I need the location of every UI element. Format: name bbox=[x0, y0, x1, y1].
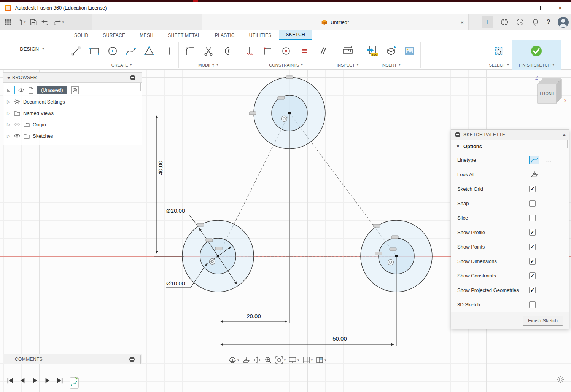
app-grid-button[interactable] bbox=[5, 19, 11, 25]
equal-constraint-button[interactable] bbox=[296, 41, 313, 61]
dimension-lines[interactable] bbox=[157, 116, 394, 344]
palette-scrollbar[interactable] bbox=[567, 140, 568, 148]
slice-checkbox[interactable] bbox=[529, 215, 536, 221]
snap-checkbox[interactable] bbox=[529, 200, 536, 207]
spline-tool-button[interactable] bbox=[122, 41, 139, 61]
modeling-canvas[interactable]: 40.00 Ø20.00 Ø10.00 20.00 50.00 bbox=[0, 70, 571, 392]
timeline-sketch-feature[interactable] bbox=[70, 373, 80, 389]
constraints-group-label[interactable]: CONSTRAINTS ▾ bbox=[269, 62, 302, 68]
palette-expand-icon[interactable]: ▸▸ bbox=[563, 133, 565, 137]
line-tool-button[interactable] bbox=[67, 41, 84, 61]
show-profile-checkbox[interactable] bbox=[529, 229, 536, 236]
expander-icon[interactable]: ▷ bbox=[6, 111, 11, 116]
maximize-button[interactable] bbox=[528, 2, 549, 14]
look-at-nav-button[interactable] bbox=[242, 356, 250, 364]
fix-constraint-button[interactable] bbox=[241, 41, 258, 61]
job-status-button[interactable] bbox=[500, 18, 509, 26]
rectangle-tool-button[interactable] bbox=[86, 41, 103, 61]
skip-to-end-button[interactable] bbox=[55, 375, 65, 386]
expander-icon[interactable]: ▷ bbox=[6, 99, 11, 104]
expander-icon[interactable]: ▷ bbox=[6, 134, 11, 139]
insert-mesh-button[interactable] bbox=[382, 41, 399, 61]
browser-item-document-settings[interactable]: ▷ Document Settings bbox=[3, 96, 142, 107]
add-comment-icon[interactable] bbox=[129, 357, 135, 362]
finish-sketch-footer-button[interactable]: Finish Sketch bbox=[523, 316, 563, 326]
orbit-button[interactable]: ▾ bbox=[228, 356, 239, 364]
browser-minimize-icon[interactable] bbox=[130, 75, 135, 80]
dimension-20[interactable]: 20.00 bbox=[247, 313, 261, 319]
viewports-button[interactable]: ▾ bbox=[315, 356, 326, 364]
activate-component-radio[interactable] bbox=[71, 86, 79, 94]
view-cube[interactable]: FRONT Z X bbox=[532, 73, 570, 112]
skip-to-start-button[interactable] bbox=[5, 375, 15, 386]
show-projected-geometries-checkbox[interactable] bbox=[529, 287, 536, 293]
browser-root-row[interactable]: (Unsaved) bbox=[3, 84, 142, 96]
eye-icon[interactable] bbox=[18, 87, 25, 93]
grid-settings-button[interactable]: ▾ bbox=[302, 356, 313, 364]
show-constraints-checkbox[interactable] bbox=[529, 272, 536, 279]
eye-icon[interactable] bbox=[14, 133, 21, 139]
save-button[interactable] bbox=[29, 18, 37, 26]
dimension-dia-10[interactable]: Ø10.00 bbox=[166, 280, 185, 287]
ribbon-tab-plastic[interactable]: PLASTIC bbox=[208, 30, 242, 40]
undo-button[interactable] bbox=[41, 18, 49, 26]
step-forward-button[interactable] bbox=[42, 375, 52, 386]
pan-button[interactable] bbox=[253, 356, 261, 364]
ribbon-tab-mesh[interactable]: MESH bbox=[132, 30, 161, 40]
fillet-tool-button[interactable] bbox=[181, 41, 199, 61]
palette-minimize-icon[interactable] bbox=[455, 132, 460, 137]
linetype-normal-button[interactable] bbox=[529, 156, 539, 164]
insert-svg-button[interactable]: SVG bbox=[364, 41, 381, 61]
show-points-checkbox[interactable] bbox=[529, 244, 536, 250]
comments-header[interactable]: COMMENTS bbox=[3, 354, 142, 364]
offset-tool-button[interactable] bbox=[218, 41, 235, 61]
new-tab-button[interactable]: + bbox=[482, 16, 493, 28]
collapse-browser-icon[interactable]: ◂◂ bbox=[7, 75, 9, 80]
ribbon-tab-utilities[interactable]: UTILITIES bbox=[242, 30, 279, 40]
browser-header[interactable]: ◂◂ BROWSER bbox=[3, 72, 142, 83]
circle-tool-button[interactable] bbox=[104, 41, 121, 61]
sketch-grid-checkbox[interactable] bbox=[529, 186, 536, 192]
modify-group-label[interactable]: MODIFY ▾ bbox=[198, 62, 218, 68]
preferences-gear-button[interactable] bbox=[557, 375, 565, 385]
browser-item-origin[interactable]: ▷ Origin bbox=[3, 119, 142, 130]
insert-canvas-button[interactable] bbox=[401, 41, 418, 61]
select-tool-button[interactable] bbox=[490, 41, 507, 61]
show-dimensions-checkbox[interactable] bbox=[529, 258, 536, 265]
options-section-header[interactable]: ▼ Options bbox=[451, 140, 569, 153]
look-at-button[interactable] bbox=[529, 170, 539, 179]
inspect-group-label[interactable]: INSPECT ▾ bbox=[337, 62, 358, 68]
step-back-button[interactable] bbox=[17, 375, 27, 386]
comments-scrollbar[interactable] bbox=[140, 355, 141, 364]
concentric-constraint-button[interactable] bbox=[277, 41, 294, 61]
insert-group-label[interactable]: INSERT ▾ bbox=[382, 62, 401, 68]
expander-icon[interactable]: ▷ bbox=[6, 122, 11, 127]
ribbon-tab-surface[interactable]: SURFACE bbox=[96, 30, 133, 40]
ribbon-tab-sheet-metal[interactable]: SHEET METAL bbox=[161, 30, 208, 40]
linetype-construction-button[interactable] bbox=[544, 156, 554, 164]
finish-sketch-label[interactable]: FINISH SKETCH ▾ bbox=[519, 62, 554, 68]
tab-close-button[interactable]: × bbox=[460, 19, 464, 25]
minimize-button[interactable] bbox=[506, 2, 528, 14]
finish-sketch-button[interactable] bbox=[528, 41, 545, 61]
browser-item-named-views[interactable]: ▷ Named Views bbox=[3, 107, 142, 119]
help-button[interactable]: ? bbox=[547, 18, 550, 26]
viewcube-front-label[interactable]: FRONT bbox=[540, 91, 555, 96]
dimension-40[interactable]: 40.00 bbox=[157, 161, 164, 175]
design-workspace-button[interactable]: DESIGN ▾ bbox=[4, 37, 60, 61]
ribbon-tab-solid[interactable]: SOLID bbox=[67, 30, 96, 40]
dimension-50[interactable]: 50.00 bbox=[332, 335, 347, 342]
polygon-tool-button[interactable] bbox=[140, 41, 157, 61]
dimension-dia-20[interactable]: Ø20.00 bbox=[166, 207, 185, 214]
trim-tool-button[interactable] bbox=[200, 41, 217, 61]
create-group-label[interactable]: CREATE ▾ bbox=[111, 62, 132, 68]
notifications-button[interactable] bbox=[531, 18, 539, 26]
close-button[interactable]: × bbox=[549, 2, 571, 14]
measure-tool-button[interactable] bbox=[339, 41, 356, 61]
coincident-constraint-button[interactable] bbox=[259, 41, 276, 61]
parallel-constraint-button[interactable] bbox=[314, 41, 331, 61]
document-name[interactable]: (Unsaved) bbox=[37, 86, 67, 94]
browser-scrollbar[interactable] bbox=[140, 83, 141, 91]
zoom-button[interactable] bbox=[264, 356, 272, 364]
slot-tool-button[interactable] bbox=[159, 41, 176, 61]
